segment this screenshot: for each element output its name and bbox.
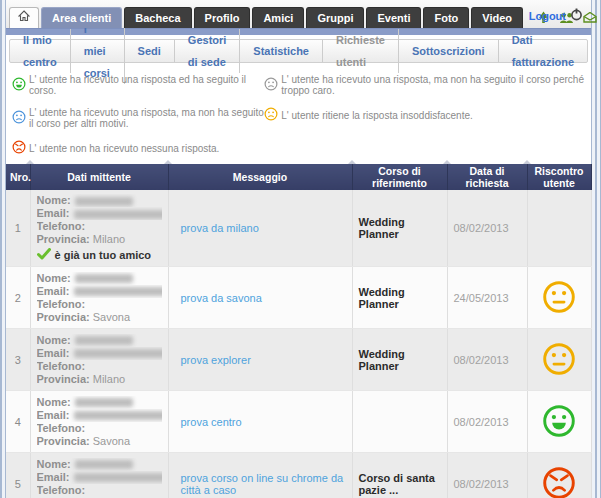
sub-navigation: Il mio centroI miei corsiSediGestori di … [9,39,588,63]
subnav-item-richieste-utenti[interactable]: Richieste utenti [323,29,399,73]
tab-amici[interactable]: Amici [252,7,304,28]
legend-item-yellow-sad: L' utente ritiene la risposta insoddisfa… [264,107,589,123]
sender-nome-line: Nome: [37,194,162,207]
sender-email-line: Email: [37,285,162,298]
sender-telefono-line: Telefono: [37,220,162,233]
smiley-yellow-neutral-icon [542,304,576,316]
legend-text: L' utente non ha ricevuto nessuna rispos… [29,143,219,154]
redacted-name [75,336,133,345]
sender-telefono-line: Telefono: [37,360,162,373]
tab-profilo[interactable]: Profilo [194,7,251,28]
row-number: 5 [6,453,30,498]
subnav-item-dati-fatturazione[interactable]: Dati fatturazione [499,29,587,73]
logout-link[interactable]: Logout [529,8,583,23]
subnav-item-sedi[interactable]: Sedi [125,40,175,62]
tab-area-clienti[interactable]: Area clienti [41,7,122,28]
request-date-cell: 24/05/2013 [447,267,527,329]
tab-foto[interactable]: Foto [423,7,469,28]
sender-email-line: Email: [37,207,162,220]
message-link[interactable]: prova explorer [181,354,251,366]
sender-nome-line: Nome: [37,396,162,409]
row-number: 3 [6,329,30,391]
sender-data-cell: Nome:Email:Telefono:Provincia: Napoli [30,453,168,498]
legend-text: L' utente ritiene la risposta insoddisfa… [281,110,472,121]
legend-item-gray-sad: L' utente ha ricevuto una risposta, ma n… [264,74,589,96]
legend-right-column: L' utente ha ricevuto una risposta, ma n… [264,74,589,156]
mail-icon[interactable] [583,12,597,23]
sender-nome-line: Nome: [37,458,162,471]
smiley-yellow-neutral-icon [542,366,576,378]
redacted-name [75,460,133,469]
subnav-item-statistiche[interactable]: Statistiche [240,40,323,62]
subnav-item-il-mio-centro[interactable]: Il mio centro [10,29,71,73]
tab-bacheca[interactable]: Bacheca [124,7,191,28]
feedback-cell [527,391,591,453]
column-header-messaggio: Messaggio [168,164,352,190]
smiley-green-happy-icon [542,428,576,440]
subnav-item-sottoscrizioni[interactable]: Sottoscrizioni [399,40,499,62]
requests-table: Nro.Dati mittenteMessaggioCorso di rifer… [6,164,592,498]
request-date-cell: 08/02/2013 [447,391,527,453]
sender-email-line: Email: [37,471,162,484]
sender-data-cell: Nome:Email:Telefono:Provincia: Savona [30,267,168,329]
redacted-name [75,274,133,283]
row-number: 1 [6,190,30,267]
table-row: 3Nome:Email:Telefono:Provincia: Milanopr… [6,329,591,391]
request-date-cell: 08/02/2013 [447,329,527,391]
course-cell [352,391,447,453]
message-cell: prova da milano [168,190,352,267]
message-link[interactable]: prova da milano [181,222,259,234]
table-header-row: Nro.Dati mittenteMessaggioCorso di rifer… [6,164,591,190]
feedback-legend: L' utente ha ricevuto una risposta ed ha… [6,65,591,162]
legend-text: L' utente ha ricevuto una risposta ed ha… [29,74,264,96]
sender-data-cell: Nome:Email:Telefono:Provincia: Savona [30,391,168,453]
sender-provincia-line: Provincia: Milano [37,373,162,386]
tab-eventi[interactable]: Eventi [366,7,421,28]
table-row: 1Nome:Email:Telefono:Provincia: Milanoè … [6,190,591,267]
column-header-riscontro-utente: Riscontro utente [527,164,591,190]
tab-video[interactable]: Video [471,7,523,28]
smiley-blue-sad-icon [12,110,26,126]
sender-email-line: Email: [37,409,162,422]
top-navigation: Area clientiBachecaProfiloAmiciGruppiEve… [6,0,591,28]
tab-gruppi[interactable]: Gruppi [306,7,364,28]
smiley-red-angry-icon [542,490,576,498]
message-link[interactable]: prova corso on line su chrome da città a… [181,472,344,496]
home-icon [18,8,30,28]
redacted-email [74,210,162,219]
message-link[interactable]: prova da savona [181,292,262,304]
legend-item-red-angry: L' utente non ha ricevuto nessuna rispos… [12,140,264,156]
sender-nome-line: Nome: [37,334,162,347]
redacted-name [75,197,133,206]
redacted-email [74,411,162,420]
feedback-cell [527,453,591,498]
course-cell: Wedding Planner [352,267,447,329]
sender-data-cell: Nome:Email:Telefono:Provincia: Milanoè g… [30,190,168,267]
request-date-cell: 08/02/2013 [447,190,527,267]
sender-telefono-line: Telefono: [37,484,162,497]
course-cell: Wedding Planner [352,329,447,391]
table-row: 2Nome:Email:Telefono:Provincia: Savonapr… [6,267,591,329]
legend-text: L' utente ha ricevuto una risposta, ma n… [29,107,264,129]
friend-note: è già un tuo amico [37,248,162,262]
legend-left-column: L' utente ha ricevuto una risposta ed ha… [12,74,264,156]
table-row: 5Nome:Email:Telefono:Provincia: Napolipr… [6,453,591,498]
message-link[interactable]: prova centro [181,416,242,428]
column-header-corso-di-riferimento: Corso di riferimento [352,164,447,190]
sender-provincia-line: Provincia: Milano [37,233,162,246]
legend-text: L' utente ha ricevuto una risposta, ma n… [281,74,589,96]
power-icon [570,8,583,23]
smiley-gray-sad-icon [264,77,278,93]
home-tab[interactable] [9,7,39,28]
message-cell: prova explorer [168,329,352,391]
feedback-cell [527,190,591,267]
topnav-tabs: Area clientiBachecaProfiloAmiciGruppiEve… [6,5,591,28]
row-number: 4 [6,391,30,453]
smiley-red-angry-icon [12,140,26,156]
row-number: 2 [6,267,30,329]
redacted-email [74,349,162,358]
feedback-cell [527,329,591,391]
subnav-item-gestori-di-sede[interactable]: Gestori di sede [175,29,241,73]
check-icon [37,248,51,262]
request-date-cell: 08/02/2013 [447,453,527,498]
